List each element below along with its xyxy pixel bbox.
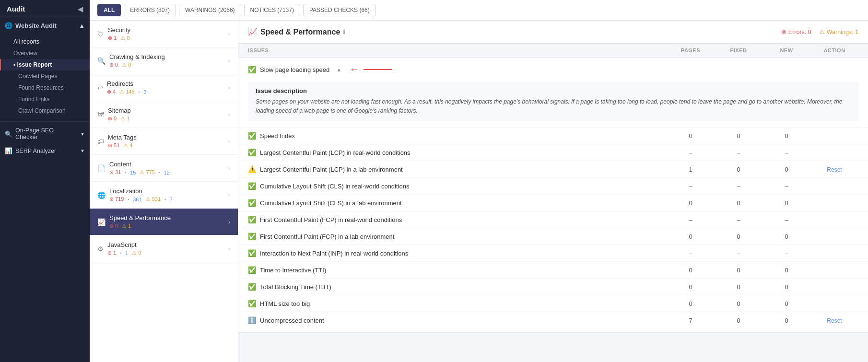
crawling-icon: 🔍 (97, 57, 106, 65)
javascript-err-notices: 1 (125, 250, 128, 256)
sub-issue-label-fcp-lab: First Contentful Paint (FCP) in a lab en… (260, 233, 394, 240)
sub-issue-row-fcp-lab[interactable]: ✅ First Contentful Paint (FCP) in a lab … (238, 228, 868, 245)
sub-issue-fixed-tti: 0 (715, 267, 762, 274)
description-text: Some pages on your website are not loadi… (256, 97, 851, 116)
sub-check-icon: ✅ (248, 199, 256, 207)
on-page-icon: 🔍 (5, 130, 12, 138)
sidebar-item-crawled-pages[interactable]: Crawled Pages (0, 70, 90, 82)
sub-issue-label-lcp-real: Largest Contentful Paint (LCP) in real-w… (260, 149, 411, 156)
category-localization[interactable]: 🌐 Localization ⊗ 719 • 361 ⚠ 931 • 7 › (90, 182, 238, 209)
sub-issue-fixed-fcp-lab: 0 (715, 233, 762, 240)
issues-table-header: ISSUES PAGES FIXED NEW ACTION (238, 44, 868, 58)
sidebar-item-found-links[interactable]: Found Links (0, 93, 90, 105)
category-content[interactable]: 📄 Content ⊗ 31 • 15 ⚠ 775 • 12 › (90, 155, 238, 182)
sub-issue-row-uncompressed[interactable]: ℹ️ Uncompressed content 7 0 0 Reset (238, 312, 868, 328)
sub-issue-row-cls-lab[interactable]: ✅ Cumulative Layout Shift (CLS) in a lab… (238, 194, 868, 211)
sub-issue-label-html-size: HTML size too big (260, 300, 310, 307)
collapse-icon[interactable]: ◀ (78, 5, 83, 13)
reset-button-lcp-lab[interactable]: Reset (827, 166, 842, 173)
sub-issue-fixed-tbt: 0 (715, 283, 762, 291)
website-icon: 🌐 (5, 22, 12, 29)
sidebar-item-found-resources[interactable]: Found Resources (0, 82, 90, 93)
category-javascript[interactable]: ⚙ JavaScript ⊗ 1 • 1 ⚠ 0 › (90, 235, 238, 262)
sidebar-title: Audit (7, 5, 25, 13)
sub-check-icon: ✅ (248, 132, 256, 140)
sitemap-warnings: ⚠ 1 (120, 116, 129, 122)
speed-perf-icon: 📈 (248, 27, 258, 36)
slow-page-label: Slow page loading speed (260, 66, 329, 73)
sub-issue-action-uncompressed[interactable]: Reset (810, 317, 858, 324)
filter-warnings-button[interactable]: WARNINGS (2066) (179, 4, 241, 16)
sub-warn-icon: ⚠️ (248, 165, 256, 173)
sub-info-icon: ℹ️ (248, 316, 256, 324)
sub-issue-pages-uncompressed: 7 (667, 317, 715, 324)
sidebar-item-issue-report[interactable]: • Issue Report (0, 59, 90, 70)
sub-check-icon: ✅ (248, 233, 256, 240)
col-pages: PAGES (667, 47, 715, 53)
serp-label: SERP Analyzer (15, 148, 56, 154)
category-crawling[interactable]: 🔍 Crawling & Indexing ⊗ 0 ⚠ 0 › (90, 47, 238, 74)
filter-all-button[interactable]: ALL (97, 4, 121, 16)
category-security[interactable]: 🛡 Security ⊗ 1 ⚠ 0 › (90, 21, 238, 47)
javascript-arrow: › (228, 245, 230, 252)
localization-errors: ⊗ 719 (109, 196, 124, 202)
crawling-warnings: ⚠ 0 (122, 62, 131, 68)
category-speed[interactable]: 📈 Speed & Performance ⊗ 0 ⚠ 1 › (90, 209, 238, 235)
sub-issue-row-fcp-real[interactable]: ✅ First Contentful Paint (FCP) in real-w… (238, 211, 868, 228)
on-page-seo-nav[interactable]: 🔍 On-Page SEO Checker ▼ (0, 124, 90, 144)
sub-issue-row-cls-real[interactable]: ✅ Cumulative Layout Shift (CLS) in real-… (238, 177, 868, 194)
content-area: 🛡 Security ⊗ 1 ⚠ 0 › 🔍 Crawling & In (90, 21, 868, 362)
sub-issue-row-tbt[interactable]: ✅ Total Blocking Time (TBT) 0 0 0 (238, 278, 868, 295)
sub-issue-label-cls-real: Cumulative Layout Shift (CLS) in real-wo… (260, 183, 409, 190)
meta-tags-icon: 🏷 (97, 138, 104, 145)
sub-issue-new-cls-real: – (762, 183, 810, 190)
website-audit-nav[interactable]: 🌐 Website Audit ▲ (0, 18, 90, 33)
slow-page-loading-row[interactable]: ✅ Slow page loading speed ▲ ← (238, 58, 868, 82)
right-panel: 📈 Speed & Performance ℹ ⊗ Errors: 0 ⚠ Wa… (238, 21, 868, 362)
sub-issue-row-lcp-lab[interactable]: ⚠️ Largest Contentful Paint (LCP) in a l… (238, 161, 868, 177)
speed-icon: 📈 (97, 218, 106, 226)
sidebar-item-overview[interactable]: Overview (0, 47, 90, 59)
sub-issue-row-inp-real[interactable]: ✅ Interaction to Next Paint (INP) in rea… (238, 245, 868, 261)
category-meta-tags[interactable]: 🏷 Meta Tags ⊗ 51 ⚠ 4 › (90, 128, 238, 155)
sub-check-icon: ✅ (248, 266, 256, 274)
reset-button-uncompressed[interactable]: Reset (827, 317, 842, 324)
sitemap-errors: ⊗ 0 (108, 116, 117, 122)
sub-issue-label-uncompressed: Uncompressed content (260, 317, 324, 324)
sub-issue-fixed-uncompressed: 0 (715, 317, 762, 324)
sub-issue-fixed-fcp-real: – (715, 216, 762, 223)
sub-issue-row-html-size[interactable]: ✅ HTML size too big 0 0 0 (238, 295, 868, 312)
sub-issue-row-lcp-real[interactable]: ✅ Largest Contentful Paint (LCP) in real… (238, 144, 868, 161)
meta-tags-title: Meta Tags (108, 134, 137, 141)
sub-issue-new-uncompressed: 0 (762, 317, 810, 324)
serp-analyzer-nav[interactable]: 📊 SERP Analyzer ▼ (0, 144, 90, 158)
sidebar-item-crawl-comparison[interactable]: Crawl Comparison (0, 105, 90, 117)
meta-errors: ⊗ 51 (108, 142, 119, 149)
category-sitemap[interactable]: 🗺 Sitemap ⊗ 0 ⚠ 1 › (90, 101, 238, 128)
right-panel-title-text: Speed & Performance (260, 28, 340, 36)
on-page-label: On-Page SEO Checker (15, 127, 77, 140)
sub-issue-pages-cls-real: – (667, 183, 715, 190)
javascript-title: JavaScript (107, 241, 141, 248)
filter-notices-button[interactable]: NOTICES (7137) (244, 4, 300, 16)
category-redirects[interactable]: ↩ Redirects ⊗ 4 ⚠ 146 • 3 › (90, 74, 238, 101)
sub-check-icon: ✅ (248, 149, 256, 156)
content-title: Content (109, 161, 170, 168)
serp-arrow: ▼ (80, 148, 85, 153)
sidebar-item-all-reports[interactable]: All reports (0, 36, 90, 47)
sub-issue-new-inp-real: – (762, 250, 810, 257)
sub-issue-row-tti[interactable]: ✅ Time to Interactive (TTI) 0 0 0 (238, 261, 868, 278)
sub-issue-pages-lcp-lab: 1 (667, 166, 715, 173)
filter-passed-button[interactable]: PASSED CHECKS (66) (303, 4, 376, 16)
sub-issue-row-speed-index[interactable]: ✅ Speed Index 0 0 0 (238, 127, 868, 144)
content-warn-notices: 12 (164, 170, 170, 175)
sub-issue-new-html-size: 0 (762, 300, 810, 307)
sub-issue-label-speed-index: Speed Index (260, 132, 295, 140)
filter-errors-button[interactable]: ERRORS (807) (124, 4, 176, 16)
sub-issue-action-lcp-lab[interactable]: Reset (810, 166, 858, 173)
sub-issues-list: ✅ Speed Index 0 0 0 ✅ Largest Contentful… (238, 127, 868, 328)
sub-check-icon: ✅ (248, 216, 256, 223)
header-errors: ⊗ Errors: 0 (781, 28, 811, 35)
sub-issue-fixed-cls-real: – (715, 183, 762, 190)
javascript-warnings: ⚠ 0 (132, 250, 141, 256)
